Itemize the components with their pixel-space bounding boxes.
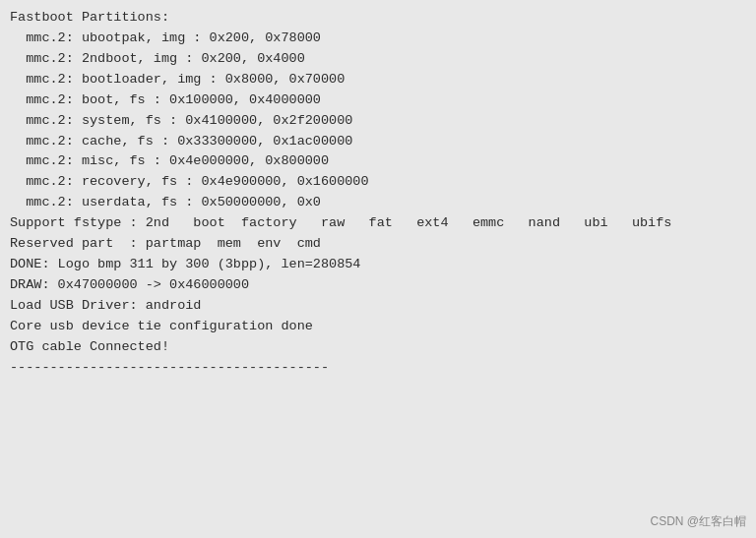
terminal-line: OTG cable Connected!: [10, 337, 746, 358]
terminal-line: mmc.2: system, fs : 0x4100000, 0x2f20000…: [10, 111, 746, 132]
terminal-line: mmc.2: cache, fs : 0x33300000, 0x1ac0000…: [10, 132, 746, 152]
terminal-line: mmc.2: bootloader, img : 0x8000, 0x70000: [10, 70, 746, 90]
terminal-line: Core usb device tie configuration done: [10, 317, 746, 337]
terminal-line: mmc.2: boot, fs : 0x100000, 0x4000000: [10, 90, 746, 111]
terminal-line: mmc.2: 2ndboot, img : 0x200, 0x4000: [10, 49, 746, 70]
terminal-line: Reserved part : partmap mem env cmd: [10, 234, 746, 255]
terminal-line: Fastboot Partitions:: [10, 8, 746, 29]
terminal-line: DONE: Logo bmp 311 by 300 (3bpp), len=28…: [10, 255, 746, 275]
terminal-line: mmc.2: recovery, fs : 0x4e900000, 0x1600…: [10, 172, 746, 193]
watermark: CSDN @红客白帽: [650, 513, 746, 530]
terminal-line: DRAW: 0x47000000 -> 0x46000000: [10, 275, 746, 296]
terminal-line: mmc.2: ubootpak, img : 0x200, 0x78000: [10, 29, 746, 49]
terminal-line: ----------------------------------------: [10, 358, 746, 379]
terminal-line: mmc.2: misc, fs : 0x4e000000, 0x800000: [10, 151, 746, 172]
terminal-line: Load USB Driver: android: [10, 296, 746, 317]
terminal-line: Support fstype : 2nd boot factory raw fa…: [10, 213, 746, 234]
terminal-line: mmc.2: userdata, fs : 0x50000000, 0x0: [10, 193, 746, 213]
terminal-container: Fastboot Partitions: mmc.2: ubootpak, im…: [0, 0, 756, 538]
